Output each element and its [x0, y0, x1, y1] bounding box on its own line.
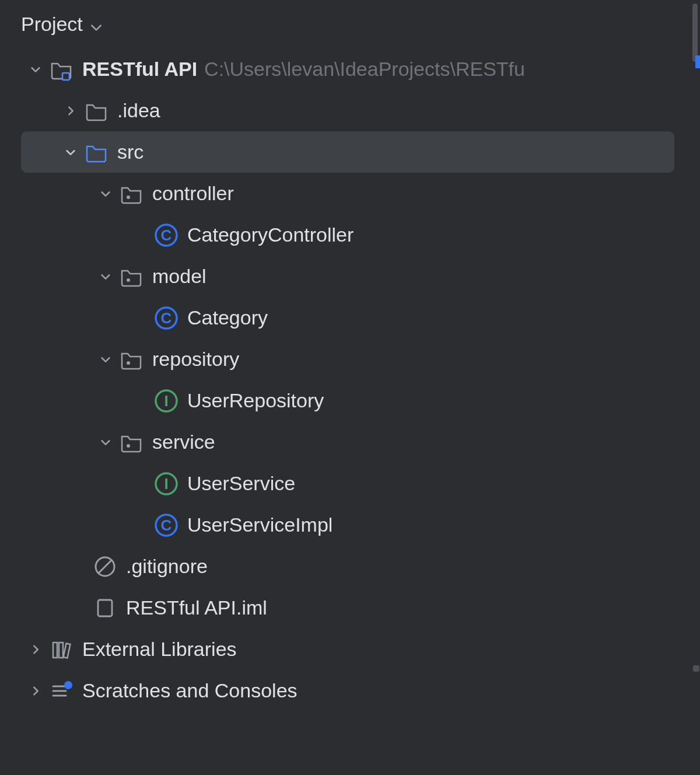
- project-tree: RESTful API C:\Users\levan\IdeaProjects\…: [0, 48, 700, 711]
- node-label: model: [152, 265, 206, 288]
- class-icon: C: [153, 305, 179, 331]
- tree-node-user-service-impl[interactable]: C UserServiceImpl: [0, 504, 679, 546]
- panel-title: Project: [21, 13, 83, 36]
- node-label: Category: [187, 306, 268, 329]
- scratches-icon: [48, 678, 74, 704]
- class-icon: C: [153, 222, 179, 248]
- node-label: service: [152, 431, 215, 453]
- interface-icon: I: [153, 471, 179, 497]
- node-label: UserRepository: [187, 389, 324, 412]
- package-icon: [118, 430, 144, 455]
- expand-toggle-icon[interactable]: [22, 643, 48, 656]
- svg-point-24: [64, 681, 72, 689]
- node-label: repository: [152, 348, 239, 371]
- node-label: .gitignore: [126, 555, 208, 578]
- svg-rect-19: [59, 643, 63, 658]
- node-label: RESTful API: [82, 58, 197, 81]
- tree-node-category[interactable]: C Category: [0, 297, 679, 338]
- tree-node-external-libraries[interactable]: External Libraries: [0, 629, 679, 670]
- svg-point-1: [127, 196, 130, 199]
- svg-rect-18: [53, 643, 57, 658]
- expand-toggle-icon[interactable]: [92, 436, 118, 449]
- expand-toggle-icon[interactable]: [22, 63, 48, 76]
- tree-node-service[interactable]: service: [0, 421, 679, 463]
- interface-icon: I: [153, 388, 179, 414]
- svg-point-7: [127, 361, 130, 365]
- tree-node-idea[interactable]: .idea: [0, 90, 679, 131]
- node-label: RESTful API.iml: [126, 596, 267, 619]
- package-icon: [118, 264, 144, 289]
- node-label: UserService: [187, 472, 295, 495]
- expand-toggle-icon[interactable]: [57, 104, 83, 117]
- svg-rect-20: [64, 643, 71, 658]
- node-path: C:\Users\levan\IdeaProjects\RESTfu: [204, 58, 525, 81]
- svg-text:C: C: [161, 226, 172, 244]
- svg-rect-0: [62, 73, 69, 80]
- svg-text:I: I: [164, 392, 168, 410]
- tree-node-category-controller[interactable]: C CategoryController: [0, 214, 679, 256]
- svg-point-4: [127, 278, 130, 282]
- panel-header[interactable]: Project: [0, 0, 700, 48]
- node-label: CategoryController: [187, 224, 354, 246]
- tree-node-controller[interactable]: controller: [0, 173, 679, 214]
- node-label: UserServiceImpl: [187, 514, 332, 536]
- package-icon: [118, 347, 144, 372]
- node-label: Scratches and Consoles: [82, 679, 298, 702]
- tree-node-model[interactable]: model: [0, 256, 679, 297]
- scroll-marker: [693, 665, 699, 672]
- tree-node-src[interactable]: src: [21, 131, 674, 173]
- file-icon: [92, 595, 118, 621]
- ignore-file-icon: [92, 554, 118, 579]
- node-label: External Libraries: [82, 638, 237, 661]
- source-folder-icon: [83, 139, 109, 165]
- svg-text:C: C: [161, 309, 172, 327]
- svg-text:C: C: [161, 516, 172, 534]
- folder-icon: [83, 98, 109, 124]
- scroll-marker: [695, 55, 700, 68]
- expand-toggle-icon[interactable]: [92, 353, 118, 366]
- node-label: .idea: [117, 99, 160, 122]
- expand-toggle-icon[interactable]: [22, 685, 48, 697]
- node-label: controller: [152, 182, 234, 205]
- node-label: src: [117, 141, 144, 163]
- scrollbar-thumb[interactable]: [692, 4, 698, 62]
- svg-line-16: [99, 560, 111, 573]
- tree-node-user-repository[interactable]: I UserRepository: [0, 380, 679, 421]
- chevron-down-icon: [89, 17, 104, 32]
- tree-node-gitignore[interactable]: .gitignore: [0, 546, 679, 587]
- class-icon: C: [153, 512, 179, 538]
- tree-node-user-service[interactable]: I UserService: [0, 463, 679, 504]
- svg-rect-17: [98, 600, 112, 616]
- library-icon: [48, 637, 74, 662]
- expand-toggle-icon[interactable]: [92, 187, 118, 200]
- module-folder-icon: [48, 57, 74, 82]
- expand-toggle-icon[interactable]: [57, 146, 83, 159]
- tree-node-iml[interactable]: RESTful API.iml: [0, 587, 679, 629]
- package-icon: [118, 181, 144, 207]
- tree-node-repository[interactable]: repository: [0, 338, 679, 380]
- svg-point-10: [127, 444, 130, 448]
- expand-toggle-icon[interactable]: [92, 270, 118, 283]
- tree-node-scratches[interactable]: Scratches and Consoles: [0, 670, 679, 711]
- tree-node-root[interactable]: RESTful API C:\Users\levan\IdeaProjects\…: [0, 48, 679, 90]
- svg-text:I: I: [164, 475, 168, 493]
